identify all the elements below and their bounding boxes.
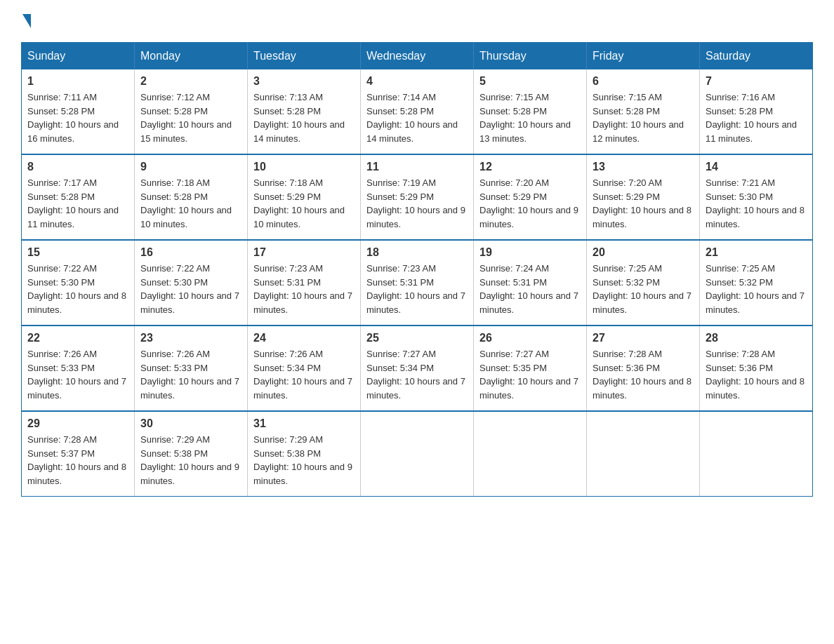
day-info: Sunrise: 7:23 AMSunset: 5:31 PMDaylight:… bbox=[253, 262, 355, 316]
calendar-cell: 27Sunrise: 7:28 AMSunset: 5:36 PMDayligh… bbox=[587, 326, 700, 411]
calendar-cell: 8Sunrise: 7:17 AMSunset: 5:28 PMDaylight… bbox=[22, 154, 135, 240]
calendar-table: SundayMondayTuesdayWednesdayThursdayFrid… bbox=[21, 42, 813, 497]
header-friday: Friday bbox=[587, 43, 700, 70]
calendar-cell: 29Sunrise: 7:28 AMSunset: 5:37 PMDayligh… bbox=[22, 411, 135, 497]
header-tuesday: Tuesday bbox=[248, 43, 361, 70]
header-saturday: Saturday bbox=[700, 43, 813, 70]
calendar-cell: 23Sunrise: 7:26 AMSunset: 5:33 PMDayligh… bbox=[135, 326, 248, 411]
day-info: Sunrise: 7:17 AMSunset: 5:28 PMDaylight:… bbox=[27, 176, 128, 231]
day-info: Sunrise: 7:22 AMSunset: 5:30 PMDaylight:… bbox=[27, 262, 128, 316]
day-number: 12 bbox=[479, 161, 581, 173]
calendar-cell: 19Sunrise: 7:24 AMSunset: 5:31 PMDayligh… bbox=[474, 240, 587, 326]
calendar-cell bbox=[474, 411, 587, 497]
header-monday: Monday bbox=[135, 43, 248, 70]
day-number: 6 bbox=[593, 75, 694, 88]
day-number: 7 bbox=[706, 75, 807, 88]
day-info: Sunrise: 7:25 AMSunset: 5:32 PMDaylight:… bbox=[706, 262, 807, 316]
day-number: 17 bbox=[253, 246, 355, 259]
calendar-cell: 24Sunrise: 7:26 AMSunset: 5:34 PMDayligh… bbox=[248, 326, 361, 411]
day-info: Sunrise: 7:24 AMSunset: 5:31 PMDaylight:… bbox=[479, 262, 581, 316]
calendar-cell: 9Sunrise: 7:18 AMSunset: 5:28 PMDaylight… bbox=[135, 154, 248, 240]
calendar-cell: 26Sunrise: 7:27 AMSunset: 5:35 PMDayligh… bbox=[474, 326, 587, 411]
calendar-cell: 14Sunrise: 7:21 AMSunset: 5:30 PMDayligh… bbox=[700, 154, 813, 240]
day-info: Sunrise: 7:20 AMSunset: 5:29 PMDaylight:… bbox=[479, 176, 581, 231]
day-info: Sunrise: 7:29 AMSunset: 5:38 PMDaylight:… bbox=[253, 433, 355, 488]
calendar-cell: 16Sunrise: 7:22 AMSunset: 5:30 PMDayligh… bbox=[135, 240, 248, 326]
day-number: 18 bbox=[366, 246, 468, 259]
header-sunday: Sunday bbox=[22, 43, 135, 70]
calendar-cell: 20Sunrise: 7:25 AMSunset: 5:32 PMDayligh… bbox=[587, 240, 700, 326]
day-info: Sunrise: 7:26 AMSunset: 5:33 PMDaylight:… bbox=[27, 347, 128, 402]
day-info: Sunrise: 7:27 AMSunset: 5:34 PMDaylight:… bbox=[366, 347, 468, 402]
day-info: Sunrise: 7:16 AMSunset: 5:28 PMDaylight:… bbox=[706, 90, 807, 145]
calendar-cell: 28Sunrise: 7:28 AMSunset: 5:36 PMDayligh… bbox=[700, 326, 813, 411]
day-info: Sunrise: 7:28 AMSunset: 5:36 PMDaylight:… bbox=[706, 347, 807, 402]
calendar-cell: 1Sunrise: 7:11 AMSunset: 5:28 PMDaylight… bbox=[22, 69, 135, 154]
calendar-cell: 22Sunrise: 7:26 AMSunset: 5:33 PMDayligh… bbox=[22, 326, 135, 411]
day-info: Sunrise: 7:19 AMSunset: 5:29 PMDaylight:… bbox=[366, 176, 468, 231]
day-info: Sunrise: 7:22 AMSunset: 5:30 PMDaylight:… bbox=[140, 262, 241, 316]
calendar-cell: 12Sunrise: 7:20 AMSunset: 5:29 PMDayligh… bbox=[474, 154, 587, 240]
day-info: Sunrise: 7:28 AMSunset: 5:37 PMDaylight:… bbox=[27, 433, 128, 488]
day-info: Sunrise: 7:27 AMSunset: 5:35 PMDaylight:… bbox=[479, 347, 581, 402]
header-thursday: Thursday bbox=[474, 43, 587, 70]
header-wednesday: Wednesday bbox=[361, 43, 474, 70]
day-number: 27 bbox=[593, 332, 694, 344]
calendar-week-row: 8Sunrise: 7:17 AMSunset: 5:28 PMDaylight… bbox=[22, 154, 813, 240]
day-info: Sunrise: 7:18 AMSunset: 5:29 PMDaylight:… bbox=[253, 176, 355, 231]
day-number: 20 bbox=[593, 246, 694, 259]
day-number: 24 bbox=[253, 332, 355, 344]
day-number: 29 bbox=[27, 417, 128, 430]
day-number: 16 bbox=[140, 246, 241, 259]
calendar-week-row: 1Sunrise: 7:11 AMSunset: 5:28 PMDaylight… bbox=[22, 69, 813, 154]
calendar-cell: 17Sunrise: 7:23 AMSunset: 5:31 PMDayligh… bbox=[248, 240, 361, 326]
logo-triangle-icon bbox=[22, 14, 31, 28]
day-info: Sunrise: 7:18 AMSunset: 5:28 PMDaylight:… bbox=[140, 176, 241, 231]
calendar-cell bbox=[700, 411, 813, 497]
calendar-cell: 31Sunrise: 7:29 AMSunset: 5:38 PMDayligh… bbox=[248, 411, 361, 497]
day-number: 22 bbox=[27, 332, 128, 344]
calendar-cell: 4Sunrise: 7:14 AMSunset: 5:28 PMDaylight… bbox=[361, 69, 474, 154]
day-info: Sunrise: 7:14 AMSunset: 5:28 PMDaylight:… bbox=[366, 90, 468, 145]
calendar-week-row: 22Sunrise: 7:26 AMSunset: 5:33 PMDayligh… bbox=[22, 326, 813, 411]
calendar-cell: 6Sunrise: 7:15 AMSunset: 5:28 PMDaylight… bbox=[587, 69, 700, 154]
day-number: 15 bbox=[27, 246, 128, 259]
day-info: Sunrise: 7:29 AMSunset: 5:38 PMDaylight:… bbox=[140, 433, 241, 488]
day-number: 23 bbox=[140, 332, 241, 344]
calendar-cell: 13Sunrise: 7:20 AMSunset: 5:29 PMDayligh… bbox=[587, 154, 700, 240]
day-number: 2 bbox=[140, 75, 241, 88]
day-info: Sunrise: 7:26 AMSunset: 5:33 PMDaylight:… bbox=[140, 347, 241, 402]
calendar-cell: 18Sunrise: 7:23 AMSunset: 5:31 PMDayligh… bbox=[361, 240, 474, 326]
day-number: 13 bbox=[593, 161, 694, 173]
calendar-cell: 25Sunrise: 7:27 AMSunset: 5:34 PMDayligh… bbox=[361, 326, 474, 411]
day-number: 28 bbox=[706, 332, 807, 344]
day-number: 1 bbox=[27, 75, 128, 88]
calendar-cell: 7Sunrise: 7:16 AMSunset: 5:28 PMDaylight… bbox=[700, 69, 813, 154]
day-info: Sunrise: 7:11 AMSunset: 5:28 PMDaylight:… bbox=[27, 90, 128, 145]
day-info: Sunrise: 7:21 AMSunset: 5:30 PMDaylight:… bbox=[706, 176, 807, 231]
calendar-cell: 2Sunrise: 7:12 AMSunset: 5:28 PMDaylight… bbox=[135, 69, 248, 154]
day-number: 26 bbox=[479, 332, 581, 344]
calendar-cell bbox=[361, 411, 474, 497]
calendar-header-row: SundayMondayTuesdayWednesdayThursdayFrid… bbox=[22, 43, 813, 70]
day-info: Sunrise: 7:26 AMSunset: 5:34 PMDaylight:… bbox=[253, 347, 355, 402]
day-info: Sunrise: 7:15 AMSunset: 5:28 PMDaylight:… bbox=[479, 90, 581, 145]
page-header bbox=[21, 14, 813, 28]
day-number: 9 bbox=[140, 161, 241, 173]
day-number: 3 bbox=[253, 75, 355, 88]
calendar-cell: 30Sunrise: 7:29 AMSunset: 5:38 PMDayligh… bbox=[135, 411, 248, 497]
day-number: 30 bbox=[140, 417, 241, 430]
calendar-cell: 11Sunrise: 7:19 AMSunset: 5:29 PMDayligh… bbox=[361, 154, 474, 240]
calendar-cell: 21Sunrise: 7:25 AMSunset: 5:32 PMDayligh… bbox=[700, 240, 813, 326]
calendar-cell: 3Sunrise: 7:13 AMSunset: 5:28 PMDaylight… bbox=[248, 69, 361, 154]
day-info: Sunrise: 7:25 AMSunset: 5:32 PMDaylight:… bbox=[593, 262, 694, 316]
day-number: 25 bbox=[366, 332, 468, 344]
day-number: 4 bbox=[366, 75, 468, 88]
day-number: 19 bbox=[479, 246, 581, 259]
day-number: 21 bbox=[706, 246, 807, 259]
logo bbox=[21, 14, 32, 28]
day-info: Sunrise: 7:23 AMSunset: 5:31 PMDaylight:… bbox=[366, 262, 468, 316]
day-number: 14 bbox=[706, 161, 807, 173]
calendar-week-row: 15Sunrise: 7:22 AMSunset: 5:30 PMDayligh… bbox=[22, 240, 813, 326]
calendar-week-row: 29Sunrise: 7:28 AMSunset: 5:37 PMDayligh… bbox=[22, 411, 813, 497]
